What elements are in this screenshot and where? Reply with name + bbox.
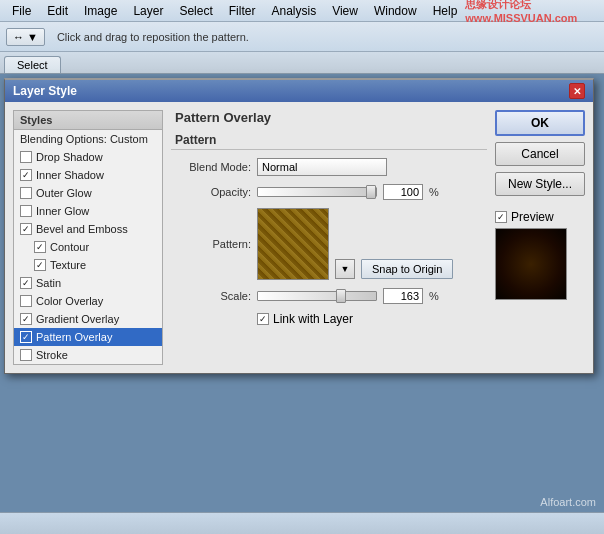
stroke-label: Stroke — [36, 349, 68, 361]
style-item-stroke[interactable]: Stroke — [14, 346, 162, 364]
menu-filter[interactable]: Filter — [221, 2, 264, 20]
link-layer-checkbox[interactable]: ✓ — [257, 313, 269, 325]
menu-analysis[interactable]: Analysis — [263, 2, 324, 20]
menu-view[interactable]: View — [324, 2, 366, 20]
stroke-checkbox[interactable] — [20, 349, 32, 361]
color-overlay-checkbox[interactable] — [20, 295, 32, 307]
opacity-slider-thumb[interactable] — [366, 185, 376, 199]
tab-select[interactable]: Select — [4, 56, 61, 73]
opacity-row: Opacity: % — [171, 184, 487, 200]
menu-file[interactable]: File — [4, 2, 39, 20]
scale-unit: % — [429, 290, 439, 302]
drop-shadow-checkbox[interactable] — [20, 151, 32, 163]
inner-shadow-checkbox[interactable]: ✓ — [20, 169, 32, 181]
opacity-input[interactable] — [383, 184, 423, 200]
preview-thumbnail — [495, 228, 567, 300]
color-overlay-label: Color Overlay — [36, 295, 103, 307]
menu-edit[interactable]: Edit — [39, 2, 76, 20]
style-item-outer-glow[interactable]: Outer Glow — [14, 184, 162, 202]
link-layer-label: Link with Layer — [273, 312, 353, 326]
gradient-overlay-checkbox[interactable]: ✓ — [20, 313, 32, 325]
new-style-button[interactable]: New Style... — [495, 172, 585, 196]
menu-layer[interactable]: Layer — [125, 2, 171, 20]
pattern-row: Pattern: ▼ Snap to Origin — [171, 208, 487, 280]
inner-glow-checkbox[interactable] — [20, 205, 32, 217]
texture-checkbox[interactable]: ✓ — [34, 259, 46, 271]
gradient-overlay-label: Gradient Overlay — [36, 313, 119, 325]
preview-label: Preview — [511, 210, 554, 224]
dialog-close-button[interactable]: ✕ — [569, 83, 585, 99]
section-title: Pattern — [171, 133, 487, 150]
pattern-dropdown-arrow: ▼ — [341, 264, 350, 274]
pattern-dropdown-button[interactable]: ▼ — [335, 259, 355, 279]
preview-area: ✓ Preview — [495, 210, 585, 300]
snap-to-origin-button[interactable]: Snap to Origin — [361, 259, 453, 279]
style-item-bevel-emboss[interactable]: ✓ Bevel and Emboss — [14, 220, 162, 238]
move-tool-icon: ↔ — [13, 31, 24, 43]
scale-slider-track[interactable] — [257, 291, 377, 301]
style-item-texture[interactable]: ✓ Texture — [14, 256, 162, 274]
opacity-label: Opacity: — [171, 186, 251, 198]
dialog-titlebar: Layer Style ✕ — [5, 80, 593, 102]
style-item-satin[interactable]: ✓ Satin — [14, 274, 162, 292]
toolbar-status: Click and drag to reposition the pattern… — [57, 31, 249, 43]
scale-input[interactable] — [383, 288, 423, 304]
outer-glow-checkbox[interactable] — [20, 187, 32, 199]
menu-image[interactable]: Image — [76, 2, 125, 20]
texture-label: Texture — [50, 259, 86, 271]
drop-shadow-label: Drop Shadow — [36, 151, 103, 163]
menu-help[interactable]: Help — [425, 2, 466, 20]
style-item-color-overlay[interactable]: Color Overlay — [14, 292, 162, 310]
pattern-label: Pattern: — [171, 238, 251, 250]
preview-checkbox[interactable]: ✓ — [495, 211, 507, 223]
style-item-drop-shadow[interactable]: Drop Shadow — [14, 148, 162, 166]
ps-background: Layer Style ✕ Styles Blending Options: C… — [0, 74, 604, 534]
contour-checkbox[interactable]: ✓ — [34, 241, 46, 253]
style-item-blending[interactable]: Blending Options: Custom — [14, 130, 162, 148]
blend-mode-select-wrapper: Normal Multiply Screen Overlay — [257, 158, 387, 176]
style-item-inner-glow[interactable]: Inner Glow — [14, 202, 162, 220]
scale-slider-thumb[interactable] — [336, 289, 346, 303]
bevel-emboss-label: Bevel and Emboss — [36, 223, 128, 235]
inner-shadow-label: Inner Shadow — [36, 169, 104, 181]
content-title: Pattern Overlay — [171, 110, 487, 125]
menu-logo: 思缘设计论坛 www.MISSVUAN.com — [465, 0, 596, 24]
pattern-overlay-label: Pattern Overlay — [36, 331, 112, 343]
content-area: Pattern Overlay Pattern Blend Mode: Norm… — [171, 110, 487, 365]
style-item-inner-shadow[interactable]: ✓ Inner Shadow — [14, 166, 162, 184]
bevel-emboss-checkbox[interactable]: ✓ — [20, 223, 32, 235]
menu-select[interactable]: Select — [171, 2, 220, 20]
style-item-contour[interactable]: ✓ Contour — [14, 238, 162, 256]
opacity-slider-track[interactable] — [257, 187, 377, 197]
dialog-title: Layer Style — [13, 84, 77, 98]
close-icon: ✕ — [573, 86, 581, 97]
scale-label: Scale: — [171, 290, 251, 302]
menu-bar: File Edit Image Layer Select Filter Anal… — [0, 0, 604, 22]
ok-button[interactable]: OK — [495, 110, 585, 136]
style-item-gradient-overlay[interactable]: ✓ Gradient Overlay — [14, 310, 162, 328]
pattern-preview[interactable] — [257, 208, 329, 280]
watermark: Alfoart.com — [540, 496, 596, 508]
dialog-body: Styles Blending Options: Custom Drop Sha… — [5, 102, 593, 373]
styles-panel: Styles Blending Options: Custom Drop Sha… — [13, 110, 163, 365]
blend-mode-label: Blend Mode: — [171, 161, 251, 173]
menu-window[interactable]: Window — [366, 2, 425, 20]
inner-glow-label: Inner Glow — [36, 205, 89, 217]
layer-style-dialog: Layer Style ✕ Styles Blending Options: C… — [4, 78, 594, 374]
opacity-slider-wrapper: % — [257, 184, 439, 200]
move-tool-button[interactable]: ↔ ▼ — [6, 28, 45, 46]
satin-checkbox[interactable]: ✓ — [20, 277, 32, 289]
buttons-panel: OK Cancel New Style... ✓ Preview — [495, 110, 585, 365]
blend-mode-row: Blend Mode: Normal Multiply Screen Overl… — [171, 158, 487, 176]
cancel-button[interactable]: Cancel — [495, 142, 585, 166]
tab-bar: Select — [0, 52, 604, 74]
pattern-overlay-checkbox[interactable]: ✓ — [20, 331, 32, 343]
link-layer-row: ✓ Link with Layer — [257, 312, 487, 326]
style-item-pattern-overlay[interactable]: ✓ Pattern Overlay — [14, 328, 162, 346]
blending-options-label: Blending Options: Custom — [20, 133, 148, 145]
satin-label: Satin — [36, 277, 61, 289]
status-bar — [0, 512, 604, 534]
blend-mode-select[interactable]: Normal Multiply Screen Overlay — [257, 158, 387, 176]
toolbar: ↔ ▼ Click and drag to reposition the pat… — [0, 22, 604, 52]
contour-label: Contour — [50, 241, 89, 253]
